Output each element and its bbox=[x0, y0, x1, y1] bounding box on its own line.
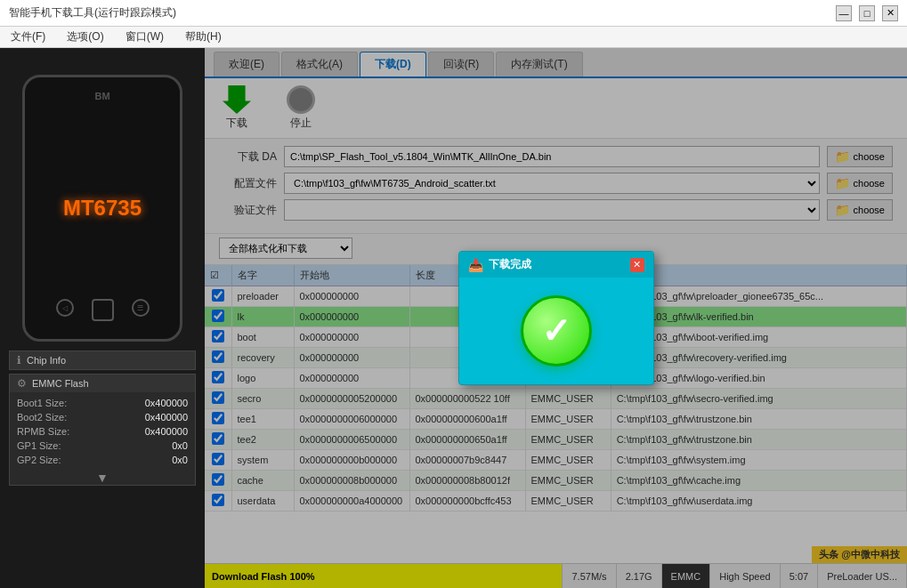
emmc-info-rows: Boot1 Size: 0x400000 Boot2 Size: 0x40000… bbox=[10, 392, 195, 471]
boot1-label: Boot1 Size: bbox=[17, 398, 67, 408]
boot1-value: 0x400000 bbox=[145, 398, 188, 408]
boot2-value: 0x400000 bbox=[145, 412, 188, 423]
title-bar: 智能手机下载工具(运行时跟踪模式) — □ ✕ bbox=[0, 0, 907, 27]
modal-close-button[interactable]: ✕ bbox=[630, 258, 644, 272]
chip-info-section: ℹ Chip Info bbox=[9, 350, 196, 370]
right-panel: 欢迎(E) 格式化(A) 下载(D) 回读(R) 内存测试(T) 下载 停止 下… bbox=[205, 48, 907, 588]
success-circle: ✓ bbox=[521, 295, 592, 366]
modal-overlay: 📥 下载完成 ✕ ✓ bbox=[205, 48, 907, 588]
phone-back-btn: ◁ bbox=[56, 299, 74, 317]
chip-info-header[interactable]: ℹ Chip Info bbox=[10, 351, 195, 369]
gp2-value: 0x0 bbox=[172, 455, 188, 465]
emmc-flash-header[interactable]: ⚙ EMMC Flash bbox=[10, 375, 195, 392]
menu-options[interactable]: 选项(O) bbox=[63, 28, 107, 46]
close-button[interactable]: ✕ bbox=[882, 5, 898, 21]
phone-menu-btn: ☰ bbox=[132, 299, 150, 317]
gp1-value: 0x0 bbox=[172, 440, 188, 451]
success-modal: 📥 下载完成 ✕ ✓ bbox=[458, 251, 654, 385]
minimize-button[interactable]: — bbox=[836, 5, 852, 21]
emmc-flash-label: EMMC Flash bbox=[32, 378, 89, 389]
phone-frame: BM MT6735 ◁ ☰ bbox=[22, 75, 182, 342]
gp2-row: GP2 Size: 0x0 bbox=[17, 453, 188, 467]
window-title: 智能手机下载工具(运行时跟踪模式) bbox=[9, 5, 176, 20]
phone-home-btn bbox=[92, 299, 114, 321]
boot2-label: Boot2 Size: bbox=[17, 412, 67, 423]
maximize-button[interactable]: □ bbox=[859, 5, 875, 21]
menu-file[interactable]: 文件(F) bbox=[7, 28, 49, 46]
rpmb-label: RPMB Size: bbox=[17, 426, 69, 437]
boot1-row: Boot1 Size: 0x400000 bbox=[17, 396, 188, 410]
left-panel: BM MT6735 ◁ ☰ ℹ Chip Info ⚙ EMMC Flash bbox=[0, 48, 205, 588]
rpmb-row: RPMB Size: 0x400000 bbox=[17, 424, 188, 439]
boot2-row: Boot2 Size: 0x400000 bbox=[17, 410, 188, 424]
menu-bar: 文件(F) 选项(O) 窗口(W) 帮助(H) bbox=[0, 27, 907, 48]
scroll-down-arrow[interactable]: ▼ bbox=[10, 471, 195, 485]
phone-brand: BM bbox=[94, 91, 109, 101]
rpmb-value: 0x400000 bbox=[145, 426, 188, 437]
window-controls: — □ ✕ bbox=[836, 5, 898, 21]
gp1-label: GP1 Size: bbox=[17, 440, 61, 451]
info-panel: ℹ Chip Info ⚙ EMMC Flash Boot1 Size: 0x4… bbox=[9, 350, 196, 489]
emmc-flash-section: ⚙ EMMC Flash Boot1 Size: 0x400000 Boot2 … bbox=[9, 374, 196, 486]
modal-body: ✓ bbox=[459, 278, 653, 384]
gp2-label: GP2 Size: bbox=[17, 455, 61, 465]
menu-window[interactable]: 窗口(W) bbox=[122, 28, 167, 46]
menu-help[interactable]: 帮助(H) bbox=[182, 28, 225, 46]
checkmark-icon: ✓ bbox=[541, 313, 571, 349]
gp1-row: GP1 Size: 0x0 bbox=[17, 439, 188, 453]
info-icon: ℹ bbox=[17, 354, 21, 366]
chip-info-label: Chip Info bbox=[27, 355, 66, 366]
main-layout: BM MT6735 ◁ ☰ ℹ Chip Info ⚙ EMMC Flash bbox=[0, 48, 907, 588]
phone-buttons: ◁ ☰ bbox=[56, 299, 150, 321]
modal-title-icon: 📥 bbox=[468, 258, 483, 272]
modal-titlebar: 📥 下载完成 ✕ bbox=[459, 252, 653, 278]
modal-title-text: 下载完成 bbox=[489, 257, 531, 272]
phone-model: MT6735 bbox=[63, 196, 142, 221]
emmc-icon: ⚙ bbox=[17, 377, 27, 390]
